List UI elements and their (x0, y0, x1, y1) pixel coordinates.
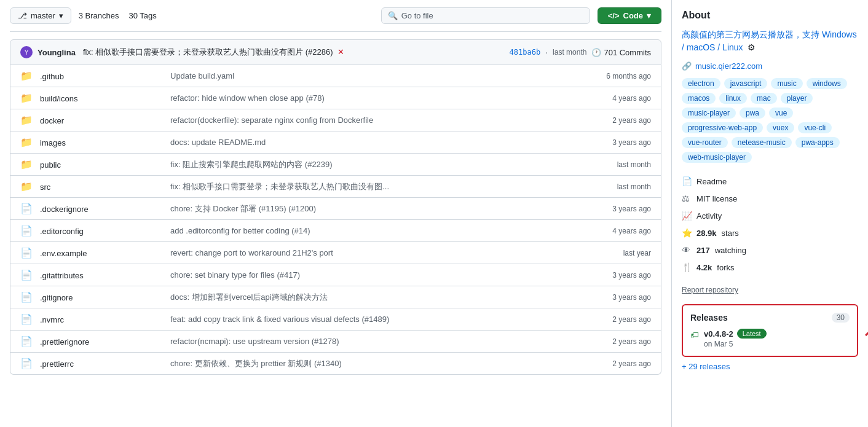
stat-readme[interactable]: 📄 Readme (682, 173, 858, 190)
releases-title: Releases (690, 313, 728, 323)
file-icon: 📄 (20, 225, 33, 237)
report-repository-link[interactable]: Report repository (682, 286, 858, 294)
table-row: 📄.prettierrcchore: 更新依赖、更换为 prettier 新规则… (10, 353, 661, 374)
tag-vue[interactable]: vue (769, 108, 793, 119)
branch-dropdown-icon: ▾ (59, 11, 63, 20)
watching-label: watching (715, 246, 746, 255)
tag-electron[interactable]: electron (682, 78, 720, 89)
file-name-link[interactable]: .github (40, 72, 64, 81)
file-table: 📁.githubUpdate build.yaml6 months ago📁bu… (10, 65, 661, 375)
file-commit-message: feat: add copy track link & fixed variou… (170, 315, 570, 324)
about-link[interactable]: 高颜值的第三方网易云播放器，支持 Windows / macOS / Linux (682, 29, 857, 52)
tag-vue-cli[interactable]: vue-cli (798, 122, 832, 133)
file-commit-message: chore: 支持 Docker 部署 (#1195) (#1200) (170, 203, 570, 214)
tag-web-music-player[interactable]: web-music-player (682, 152, 752, 163)
license-icon: ⚖ (682, 194, 692, 203)
branch-selector[interactable]: ⎇ master ▾ (10, 7, 71, 24)
file-commit-message: Update build.yaml (170, 71, 570, 80)
file-commit-message: refactor: hide window when close app (#7… (170, 93, 570, 103)
file-time: 3 years ago (577, 205, 651, 213)
tags-link[interactable]: 30 Tags (129, 11, 157, 20)
file-commit-message: refactor(ncmapi): use upstream version (… (170, 337, 570, 346)
tag-netease-music[interactable]: netease-music (732, 137, 792, 148)
file-name-link[interactable]: .gitattributes (40, 271, 84, 280)
file-name-link[interactable]: .prettierignore (40, 337, 89, 347)
tag-progressive-web-app[interactable]: progressive-web-app (682, 122, 763, 133)
folder-icon: 📁 (20, 92, 33, 104)
tag-pwa-apps[interactable]: pwa-apps (795, 137, 840, 148)
file-icon: 📄 (20, 358, 33, 369)
tag-linux[interactable]: linux (719, 93, 747, 104)
watching-count: 217 (696, 246, 710, 255)
tag-javascript[interactable]: javascript (724, 78, 768, 89)
stat-activity[interactable]: 📈 Activity (682, 207, 858, 224)
stars-count: 28.9k (696, 229, 717, 238)
table-row: 📄.gitignoredocs: 增加部署到vercel后api跨域的解决方法3… (10, 286, 661, 308)
file-name-link[interactable]: build/icons (40, 94, 77, 103)
releases-section-wrapper: Releases 30 🏷 v0.4.8-2 Latest on Mar 5 (682, 304, 858, 357)
tag-macos[interactable]: macos (682, 93, 716, 104)
stars-label: stars (722, 229, 739, 238)
search-placeholder: Go to file (401, 11, 433, 20)
file-icon: 📄 (20, 203, 33, 214)
file-name-link[interactable]: .nvmrc (40, 315, 64, 324)
file-time: 3 years ago (577, 271, 651, 280)
tag-mac[interactable]: mac (751, 93, 777, 104)
file-name-link[interactable]: images (40, 138, 66, 147)
file-time: 4 years ago (577, 94, 651, 103)
folder-icon: 📁 (20, 181, 33, 192)
branch-icon: ⎇ (18, 11, 27, 20)
tag-pwa[interactable]: pwa (740, 108, 765, 119)
gear-icon[interactable]: ⚙ (748, 42, 756, 52)
commit-author[interactable]: Younglina (37, 48, 76, 57)
file-name-link[interactable]: .prettierrc (40, 359, 74, 369)
topbar: ⎇ master ▾ 3 Branches 30 Tags 🔍 Go to fi… (10, 0, 661, 32)
commits-label: 701 Commits (604, 48, 651, 57)
file-icon: 📄 (20, 313, 33, 325)
commit-separator: · (545, 47, 548, 57)
tag-music-player[interactable]: music-player (682, 108, 736, 119)
tag-vuex[interactable]: vuex (767, 122, 794, 133)
file-name-link[interactable]: .dockerignore (40, 205, 89, 214)
file-commit-message: docs: 增加部署到vercel后api跨域的解决方法 (170, 292, 570, 303)
table-row: 📁build/iconsrefactor: hide window when c… (10, 87, 661, 109)
stat-stars[interactable]: ⭐ 28.9k stars (682, 224, 858, 241)
commit-time: last month (553, 48, 586, 57)
red-arrow: ↗ (862, 316, 868, 342)
file-time: last year (577, 249, 651, 257)
code-label: Code (623, 11, 644, 20)
stat-license[interactable]: ⚖ MIT license (682, 190, 858, 207)
table-row: 📄.nvmrcfeat: add copy track link & fixed… (10, 308, 661, 331)
file-commit-message: revert: change port to workaround 21H2's… (170, 248, 570, 257)
tag-vue-router[interactable]: vue-router (682, 137, 728, 148)
forks-label: forks (717, 263, 734, 272)
release-tag-icon: 🏷 (690, 330, 699, 340)
stat-watching[interactable]: 👁 217 watching (682, 241, 858, 259)
releases-box: Releases 30 🏷 v0.4.8-2 Latest on Mar 5 (682, 304, 858, 357)
stat-forks[interactable]: 🍴 4.2k forks (682, 259, 858, 276)
release-item[interactable]: 🏷 v0.4.8-2 Latest on Mar 5 (690, 329, 850, 348)
search-bar[interactable]: 🔍 Go to file (381, 7, 590, 24)
folder-icon: 📁 (20, 159, 33, 170)
commit-count[interactable]: 🕐 701 Commits (591, 48, 651, 57)
tag-player[interactable]: player (781, 93, 813, 104)
tag-windows[interactable]: windows (807, 78, 847, 89)
activity-icon: 📈 (682, 211, 692, 221)
code-button[interactable]: </> Code ▾ (598, 7, 661, 24)
table-row: 📁srcfix: 相似歌手接口需要登录；未登录获取艺人热门歌曲没有图...las… (10, 176, 661, 198)
file-name-link[interactable]: docker (40, 116, 64, 125)
tag-music[interactable]: music (771, 78, 802, 89)
file-name-link[interactable]: src (40, 182, 50, 192)
branches-link[interactable]: 3 Branches (79, 11, 119, 20)
table-row: 📄.dockerignorechore: 支持 Docker 部署 (#1195… (10, 198, 661, 220)
release-version: v0.4.8-2 Latest (704, 329, 850, 339)
file-name-link[interactable]: .env.example (40, 249, 87, 258)
folder-icon: 📁 (20, 114, 33, 126)
commit-x: ✕ (337, 47, 344, 57)
file-name-link[interactable]: .editorconfig (40, 227, 84, 236)
file-name-link[interactable]: .gitignore (40, 293, 73, 302)
file-name-link[interactable]: public (40, 160, 61, 170)
more-releases-link[interactable]: + 29 releases (682, 362, 858, 371)
website-link[interactable]: 🔗 music.qier222.com (682, 61, 858, 71)
commit-hash[interactable]: 481ba6b (510, 48, 541, 57)
